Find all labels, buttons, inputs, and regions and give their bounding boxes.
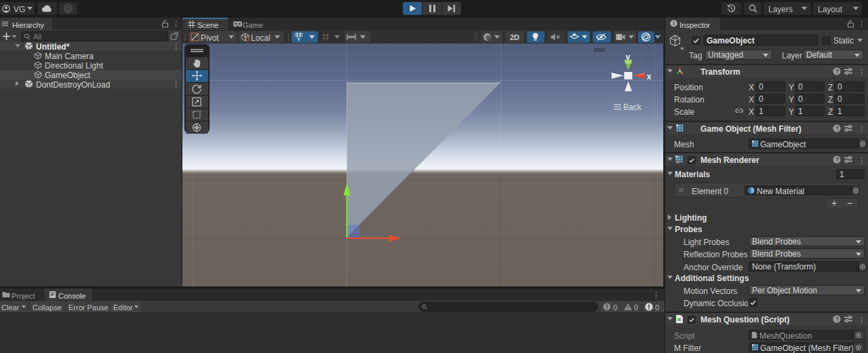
- svg-text:x: x: [647, 72, 652, 81]
- svg-text:?: ?: [835, 316, 840, 322]
- svg-text:?: ?: [835, 68, 840, 75]
- svg-text:?: ?: [835, 125, 840, 132]
- svg-text:?: ?: [835, 156, 840, 163]
